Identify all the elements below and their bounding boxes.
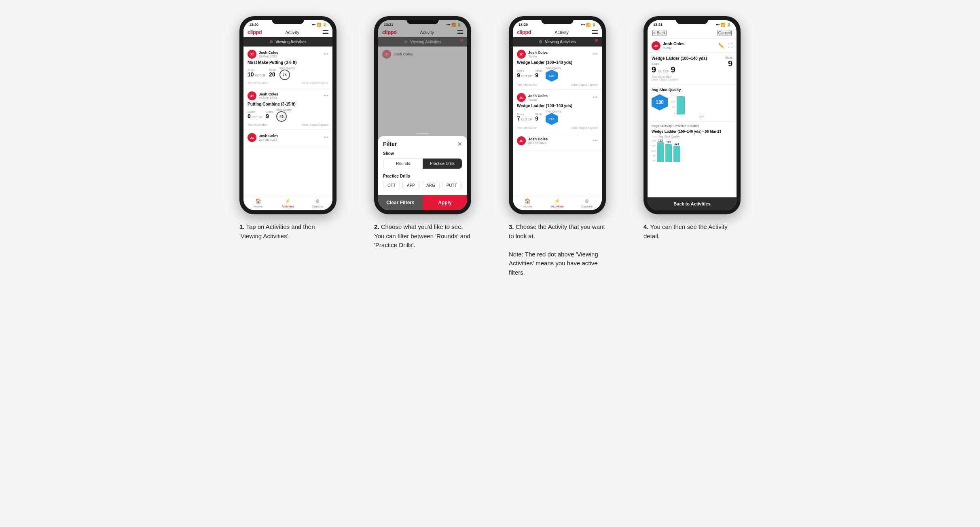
phone-notch-3 [541,16,574,24]
bottom-nav-1: 🏠 Home ⚡ Activities ⊕ Capture [243,196,332,210]
rounds-tab[interactable]: Rounds [383,159,423,169]
detail-shots-right-4: 9 [725,59,732,68]
score-num-1-2: 0 [248,113,251,119]
activity-card-3-3[interactable]: JC Josh Coles 28 Feb 2023 ••• [513,133,602,150]
activity-card-3-2[interactable]: JC Josh Coles Today ••• Wedge Ladder (10… [513,90,602,133]
sq-group-1-2: Shot Quality 45 [276,108,292,122]
cancel-button-4[interactable]: Cancel [718,30,732,36]
activity-card-3-1[interactable]: JC Josh Coles Today ••• Wedge Ladder (10… [513,47,602,90]
filter-close-button[interactable]: ✕ [457,141,462,147]
menu-icon-1[interactable] [323,30,328,34]
user-date-3-2: Today [528,98,548,102]
signal-icon-4: ▪▪▪ [715,23,720,27]
stats-row-3-1: Score 9 OUT OF Shots 9 [517,67,598,82]
three-dots-1-2[interactable]: ••• [323,93,328,98]
avatar-1-3: JC [248,133,256,142]
caption-text-2: Choose what you'd like to see. You can f… [374,223,470,248]
sq-group-3-1: Shot Quality 130 [546,67,561,82]
three-dots-3-1[interactable]: ••• [593,52,598,57]
caption-text-3: Choose the Activity that you want to loo… [509,223,605,276]
app-tag[interactable]: APP [402,181,419,190]
user-info-1-1: Josh Coles 28 Feb 2023 [259,51,278,58]
home-icon-3: 🏠 [525,198,531,204]
filter-footer: Clear Filters Apply [378,195,467,210]
viewing-banner-1[interactable]: ⚙ Viewing Activities [243,37,332,47]
filter-modal: Filter ✕ Show Rounds Practice Drills Pra… [378,136,467,210]
detail-action-icons-4: ✏️ ⛶ [718,43,732,49]
nav-capture-3[interactable]: ⊕ Capture [572,196,602,210]
user-date-1-3: 28 Feb 2023 [259,138,278,142]
apply-button[interactable]: Apply [423,195,467,210]
putt-tag[interactable]: PUTT [442,181,461,190]
activity-card-1-3[interactable]: JC Josh Coles 28 Feb 2023 ••• [243,130,332,147]
nav-activities-1[interactable]: ⚡ Activities [273,196,303,210]
detail-user-date-4: Today [663,46,684,50]
caption-text-4: You can then see the Activity detail. [643,223,728,239]
shots-num-3-2: 9 [535,116,542,122]
three-dots-1-1[interactable]: ••• [323,52,328,57]
caption-1: 1. Tap on Activities and then 'Viewing A… [239,222,337,241]
caption-text-1: Tap on Activities and then 'Viewing Acti… [239,223,315,239]
three-dots-1-3[interactable]: ••• [323,135,328,140]
expand-icon-4[interactable]: ⛶ [728,43,732,49]
status-icons-4: ▪▪▪ 📶 🔋 [715,23,731,27]
step-4-container: 13:21 ▪▪▪ 📶 🔋 < Back Cancel JC [631,16,753,241]
card-header-3-3: JC Josh Coles 28 Feb 2023 ••• [517,136,598,145]
arg-tag[interactable]: ARG [422,181,440,190]
footer-right-1-2: Data: Clippd Capture [302,123,328,126]
app-title-3: Activity [555,30,569,35]
three-dots-3-3[interactable]: ••• [593,138,598,143]
bottom-nav-3: 🏠 Home ⚡ Activities ⊕ Capture [513,196,602,210]
home-icon-1: 🏠 [255,198,261,204]
caption-3: 3. Choose the Activity that you want to … [509,222,606,277]
score-col-label-4: Score [652,62,675,65]
phone-2: 13:21 ▪▪▪ 📶 🔋 clippd Activity [374,16,471,214]
card-user-1-1: JC Josh Coles 28 Feb 2023 [248,50,278,59]
app-header-3: clippd Activity [513,28,602,37]
nav-activities-label-1: Activities [282,205,294,208]
card-header-3-2: JC Josh Coles Today ••• [517,93,598,102]
user-info-3-2: Josh Coles Today [528,94,548,102]
sq-value-3-1: 130 [549,74,554,78]
sq-label-3-1: Shot Quality [546,67,561,70]
back-to-activities-button-4[interactable]: Back to Activities [648,197,737,210]
detail-header-4: < Back Cancel [648,28,737,39]
user-info-3-3: Josh Coles 28 Feb 2023 [528,137,548,145]
out-of-1-2: OUT OF [252,116,262,119]
data-label-4: Data: Clippd Capture [652,78,732,81]
score-group-3-2: Score 7 OUT OF [517,113,532,122]
filter-modal-overlay: Filter ✕ Show Rounds Practice Drills Pra… [378,20,467,210]
sq-group-1-1: Shot Quality 75 [279,67,295,80]
app-title-1: Activity [285,30,299,35]
three-dots-3-2[interactable]: ••• [593,95,598,100]
shots-group-1-2: Shots 9 [266,110,273,119]
shots-num-3-1: 9 [535,72,542,78]
ott-tag[interactable]: OTT [383,181,400,190]
score-group-1-2: Score 0 OUT OF [248,110,262,119]
wifi-icon-3: 📶 [586,23,591,27]
card-footer-1-1: Test Information Data: Clippd Capture [248,82,328,85]
avg-chart-label-4: —·— Avg Shot Quality [652,135,732,138]
edit-icon-4[interactable]: ✏️ [718,43,724,49]
player-label-4: Player Activity [652,124,672,128]
footer-left-1-1: Test Information [248,82,268,85]
detail-activity-title-4: Wedge Ladder (100–140 yds) [652,56,707,61]
viewing-banner-3[interactable]: ⚙ Viewing Activities [513,37,602,47]
nav-home-1[interactable]: 🏠 Home [243,196,273,210]
user-date-3-3: 28 Feb 2023 [528,141,548,145]
activity-card-1-2[interactable]: JC Josh Coles 28 Feb 2023 ••• Putting Co… [243,88,332,130]
avatar-3-2: JC [517,93,526,102]
nav-capture-1[interactable]: ⊕ Capture [303,196,332,210]
score-group-3-1: Score 9 OUT OF [517,70,532,78]
clear-filters-button[interactable]: Clear Filters [378,195,423,210]
user-name-1-3: Josh Coles [259,134,278,138]
drag-handle [417,133,429,134]
back-button-4[interactable]: < Back [652,30,667,36]
nav-home-3[interactable]: 🏠 Home [513,196,542,210]
menu-icon-3[interactable] [592,30,598,34]
shots-num-1-2: 9 [266,113,273,119]
phone-screen-1: 13:20 ▪▪▪ 📶 🔋 clippd Activity [243,20,332,210]
activity-card-1-1[interactable]: JC Josh Coles 28 Feb 2023 ••• Must Make … [243,47,332,88]
practice-drills-tab[interactable]: Practice Drills [423,159,462,169]
nav-activities-3[interactable]: ⚡ Activities [542,196,572,210]
